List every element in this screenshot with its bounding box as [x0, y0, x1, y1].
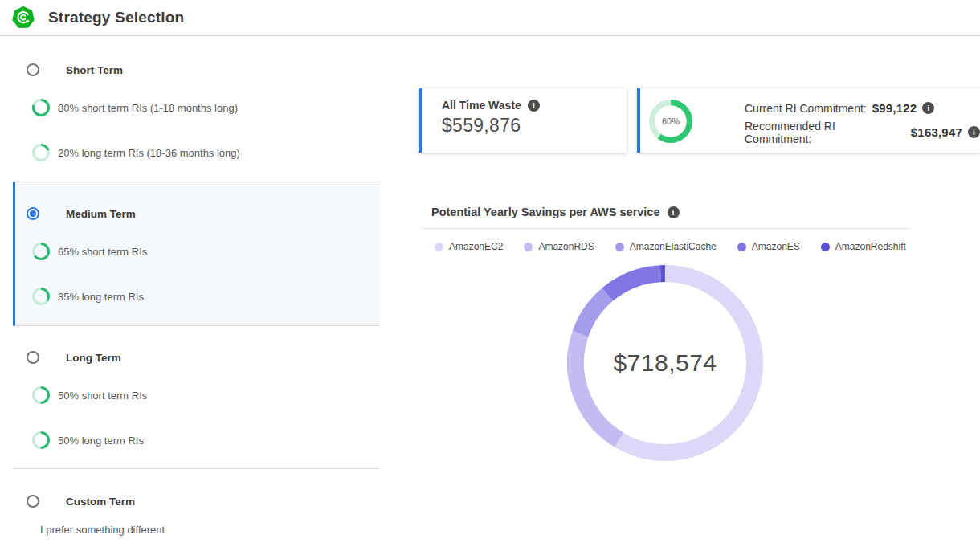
strategy-option-medium-term[interactable]: Medium Term — [27, 200, 136, 227]
info-icon[interactable]: i — [922, 102, 934, 114]
allocation-label: 20% long term RIs (18-36 months long) — [58, 147, 240, 159]
strategy-option-short-term[interactable]: Short Term — [27, 56, 123, 84]
allocation-label: 50% short term RIs — [58, 390, 147, 402]
strategy-option-long-term[interactable]: Long Term — [27, 344, 121, 371]
chart-header: Potential Yearly Savings per AWS service… — [431, 206, 680, 218]
legend-dot-icon — [615, 243, 624, 251]
allocation-row: 50% short term RIs — [32, 384, 147, 406]
strategy-label: Medium Term — [66, 208, 136, 220]
gauge-percent-label: 60% — [649, 100, 692, 143]
radio-custom-term[interactable] — [27, 495, 39, 508]
allocation-ring-icon — [32, 288, 50, 305]
allocation-label: 80% short term RIs (1-18 months long) — [58, 102, 238, 114]
savings-donut-chart: $718,574 — [567, 265, 763, 461]
recommended-commitment-label: Recommended RI Commitment: — [745, 120, 905, 145]
allocation-row: 20% long term RIs (18-36 months long) — [32, 141, 240, 164]
all-time-waste-card: All Time Waste i $559,876 — [419, 88, 627, 153]
current-commitment-row: Current RI Commitment: $99,122 i — [745, 100, 980, 116]
app-header: Strategy Selection — [0, 0, 980, 36]
allocation-row: 80% short term RIs (1-18 months long) — [32, 96, 238, 119]
legend-dot-icon — [524, 243, 533, 251]
custom-term-description: I prefer something different — [40, 524, 165, 536]
divider — [13, 468, 380, 469]
current-commitment-label: Current RI Commitment: — [745, 102, 867, 115]
legend-item-amazonrds[interactable]: AmazonRDS — [524, 241, 594, 252]
legend-item-amazones[interactable]: AmazonES — [737, 241, 800, 252]
current-commitment-value: $99,122 — [872, 101, 917, 115]
strategy-selection-page: Strategy Selection Short Term 80% short … — [0, 0, 980, 555]
radio-medium-term[interactable] — [27, 207, 39, 220]
ri-commitment-card: 60% Current RI Commitment: $99,122 i Rec… — [637, 88, 980, 153]
allocation-label: 35% long term RIs — [58, 291, 144, 303]
allocation-label: 50% long term RIs — [58, 435, 144, 447]
legend-item-amazonredshift[interactable]: AmazonRedshift — [821, 241, 906, 252]
legend-dot-icon — [435, 243, 443, 251]
legend-dot-icon — [737, 243, 746, 251]
strategy-label: Custom Term — [66, 496, 135, 508]
strategy-label: Short Term — [66, 64, 123, 76]
radio-long-term[interactable] — [27, 351, 39, 364]
legend-dot-icon — [821, 243, 830, 251]
strategy-panel: Short Term 80% short term RIs (1-18 mont… — [13, 36, 380, 555]
strategy-option-custom-term[interactable]: Custom Term — [27, 488, 135, 515]
recommended-commitment-row: Recommended RI Commitment: $163,947 i — [745, 124, 980, 141]
allocation-label: 65% short term RIs — [58, 246, 147, 258]
recommended-commitment-value: $163,947 — [911, 125, 962, 139]
allocation-ring-icon — [32, 99, 50, 116]
donut-total-value: $718,574 — [567, 265, 763, 461]
chart-title: Potential Yearly Savings per AWS service — [431, 206, 660, 218]
commitment-gauge: 60% — [649, 100, 692, 143]
allocation-ring-icon — [32, 243, 50, 260]
chart-legend: AmazonEC2 AmazonRDS AmazonElastiCache Am… — [435, 241, 906, 252]
info-icon[interactable]: i — [528, 100, 540, 112]
info-icon[interactable]: i — [668, 206, 680, 218]
radio-short-term[interactable] — [27, 63, 39, 76]
allocation-row: 50% long term RIs — [32, 429, 144, 451]
legend-item-amazonelasticache[interactable]: AmazonElastiCache — [615, 241, 717, 252]
allocation-ring-icon — [32, 431, 50, 449]
allocation-ring-icon — [32, 144, 50, 161]
divider — [422, 228, 910, 229]
page-title: Strategy Selection — [48, 9, 184, 27]
legend-item-amazonec2[interactable]: AmazonEC2 — [435, 241, 503, 252]
strategy-label: Long Term — [66, 352, 121, 364]
allocation-row: 65% short term RIs — [32, 240, 147, 263]
info-icon[interactable]: i — [968, 126, 980, 138]
allocation-row: 35% long term RIs — [32, 285, 144, 308]
allocation-ring-icon — [32, 386, 50, 404]
app-logo-icon — [12, 6, 35, 29]
waste-card-value: $559,876 — [442, 115, 627, 137]
waste-card-title: All Time Waste — [442, 99, 521, 112]
